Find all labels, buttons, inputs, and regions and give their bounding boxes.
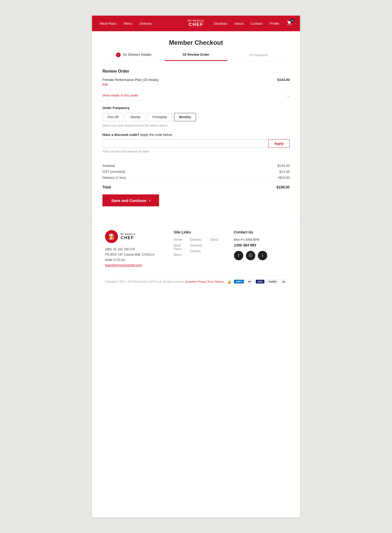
footer-link-home[interactable]: Home	[174, 238, 182, 242]
footer-link-meal-plans[interactable]: Meal Plans	[174, 244, 182, 251]
footer-email[interactable]: team@mymusclechef.com	[105, 263, 142, 267]
cart-count: 14	[290, 18, 294, 23]
frequency-label: Order Frequency	[102, 106, 290, 110]
amex-icon: AMEX	[234, 280, 244, 284]
step-delivery: ✓ 01 Delivery Details	[102, 53, 165, 61]
twitter-icon[interactable]: t	[258, 251, 267, 260]
order-item-row: Female Performance Plan (15 meals) $143.…	[102, 78, 290, 82]
delivery-value: +$15.00	[277, 176, 290, 180]
step-payment-label: 03 Payment	[249, 53, 267, 57]
view-meals-toggle[interactable]: View meals in this order ⌄	[102, 90, 290, 101]
discount-input[interactable]	[102, 139, 268, 148]
footer-contact: Contact Us Mon-Fri 9AM-6PM 1300 364 993 …	[234, 230, 287, 267]
footer-logo-text: MY MUSCLE CHEF	[121, 233, 135, 240]
instagram-icon[interactable]: Ⓒ	[246, 251, 255, 260]
footer-phone: 1300 364 993	[234, 243, 287, 247]
nav-contact[interactable]: Contact	[251, 22, 262, 26]
frequency-hint: Select your order frequency from the opt…	[102, 124, 290, 127]
nav-about[interactable]: About	[234, 22, 243, 26]
nav-logo: MY MUSCLE CHEF	[188, 20, 204, 27]
footer-links-col1: Home Meal Plans Menu	[174, 238, 182, 259]
freq-fortnightly[interactable]: Fortnightly	[148, 113, 172, 121]
save-continue-button[interactable]: Save and Continue ›	[102, 194, 159, 206]
footer-hours: Mon-Fri 9AM-6PM	[234, 238, 287, 242]
footer-address: PO BOX 197 Casula Mall, CASULA NSW 2170 …	[105, 252, 158, 263]
total-value: $158.00	[276, 185, 290, 189]
step-check-icon: ✓	[116, 53, 121, 57]
step-review-label: 02 Review Order	[183, 53, 209, 56]
footer-site-links: Site Links Home Meal Plans Menu Delivery…	[174, 230, 218, 267]
nav-profile[interactable]: Profile	[270, 22, 279, 26]
footer-disclaimer[interactable]: Disclaimer	[185, 280, 197, 283]
discount-note: *Only one discount allowed per order	[102, 150, 290, 153]
subtotal-label: Subtotal	[102, 164, 115, 168]
visa-icon: VISA	[256, 280, 265, 284]
review-order-section: Review Order Female Performance Plan (15…	[102, 69, 290, 206]
footer-link-stockists[interactable]: Stockists	[190, 244, 202, 247]
nav-delivery[interactable]: Delivery	[140, 22, 152, 26]
save-continue-label: Save and Continue	[111, 198, 146, 203]
footer-privacy[interactable]: Privacy	[198, 280, 207, 283]
footer-abn: ABN: 92 162 190 070	[105, 247, 158, 252]
footer: 👨‍🍳 MY MUSCLE CHEF ABN: 92 162 190 070 P…	[92, 219, 300, 289]
order-item-price: $143.00	[277, 78, 290, 82]
mastercard-icon: MC	[246, 280, 253, 284]
navigation: Meal Plans Menu Delivery MY MUSCLE CHEF …	[92, 16, 300, 31]
subtotal-row: Subtotal $143.00	[102, 164, 290, 168]
footer-link-about[interactable]: About	[210, 238, 218, 242]
total-row: Total $158.00	[102, 182, 290, 189]
footer-logo: 👨‍🍳 MY MUSCLE CHEF	[105, 230, 158, 243]
footer-returns[interactable]: Returns	[215, 280, 224, 283]
facebook-icon[interactable]: f	[234, 251, 243, 260]
view-meals-label: View meals in this order	[102, 93, 138, 97]
zip-icon: zip	[280, 280, 287, 284]
footer-links-col2: Delivery Stockists Contact	[190, 238, 202, 259]
gst-label: GST (included)	[102, 170, 125, 174]
footer-copyright: Copyright © 2013 - 2019 My Muscle Chef P…	[105, 280, 184, 283]
footer-chef-avatar: 👨‍🍳	[105, 230, 118, 243]
footer-terms[interactable]: Terms	[207, 280, 214, 283]
gst-value: $14.36	[279, 170, 290, 174]
social-icons: f Ⓒ t	[234, 251, 287, 260]
footer-brand: 👨‍🍳 MY MUSCLE CHEF ABN: 92 162 190 070 P…	[105, 230, 158, 267]
delivery-row: Delivery (1 box) +$15.00	[102, 176, 290, 180]
footer-contact-title: Contact Us	[234, 230, 287, 234]
nav-menu[interactable]: Menu	[124, 22, 132, 26]
freq-one-off[interactable]: One-Off	[102, 113, 123, 121]
paypal-icon: PayPal	[267, 280, 278, 284]
cart-button[interactable]: 14	[286, 20, 292, 27]
gst-row: GST (included) $14.36	[102, 170, 290, 174]
footer-link-delivery[interactable]: Delivery	[190, 238, 202, 242]
order-item-name: Female Performance Plan (15 meals)	[102, 78, 159, 82]
nav-meal-plans[interactable]: Meal Plans	[100, 22, 116, 26]
footer-links-title: Site Links	[174, 230, 218, 234]
step-delivery-label: 01 Delivery Details	[123, 53, 151, 56]
edit-order-link[interactable]: Edit	[102, 83, 290, 86]
apply-discount-button[interactable]: Apply	[268, 139, 290, 148]
footer-links-grid: Home Meal Plans Menu Delivery Stockists …	[174, 238, 218, 259]
freq-weekly[interactable]: Weekly	[125, 113, 145, 121]
delivery-label: Delivery (1 box)	[102, 176, 126, 180]
payment-icons: 🔒 AMEX MC VISA PayPal zip	[227, 280, 287, 284]
footer-bottom: Copyright © 2013 - 2019 My Muscle Chef P…	[105, 275, 287, 284]
total-label: Total	[102, 185, 111, 189]
page-title: Member Checkout	[102, 39, 290, 46]
discount-section: Have a discount code? Apply the code bel…	[102, 133, 290, 153]
checkout-steps: ✓ 01 Delivery Details 02 Review Order 03…	[102, 53, 290, 61]
discount-label: Have a discount code? Apply the code bel…	[102, 133, 290, 137]
footer-link-contact[interactable]: Contact	[190, 249, 202, 253]
footer-copyright-area: Copyright © 2013 - 2019 My Muscle Chef P…	[105, 280, 224, 283]
chevron-down-icon: ⌄	[287, 93, 290, 97]
step-payment: 03 Payment	[227, 53, 290, 61]
subtotal-value: $143.00	[277, 164, 290, 168]
step-review: 02 Review Order	[165, 53, 227, 61]
totals-section: Subtotal $143.00 GST (included) $14.36 D…	[102, 159, 290, 189]
review-section-title: Review Order	[102, 69, 290, 74]
footer-link-menu[interactable]: Menu	[174, 253, 182, 257]
nav-logo-chef: CHEF	[188, 22, 204, 27]
frequency-options: One-Off Weekly Fortnightly Monthly	[102, 113, 290, 121]
nav-stockists[interactable]: Stockists	[214, 22, 227, 26]
freq-monthly[interactable]: Monthly	[174, 113, 196, 121]
arrow-right-icon: ›	[149, 198, 150, 203]
order-frequency-section: Order Frequency One-Off Weekly Fortnight…	[102, 106, 290, 127]
